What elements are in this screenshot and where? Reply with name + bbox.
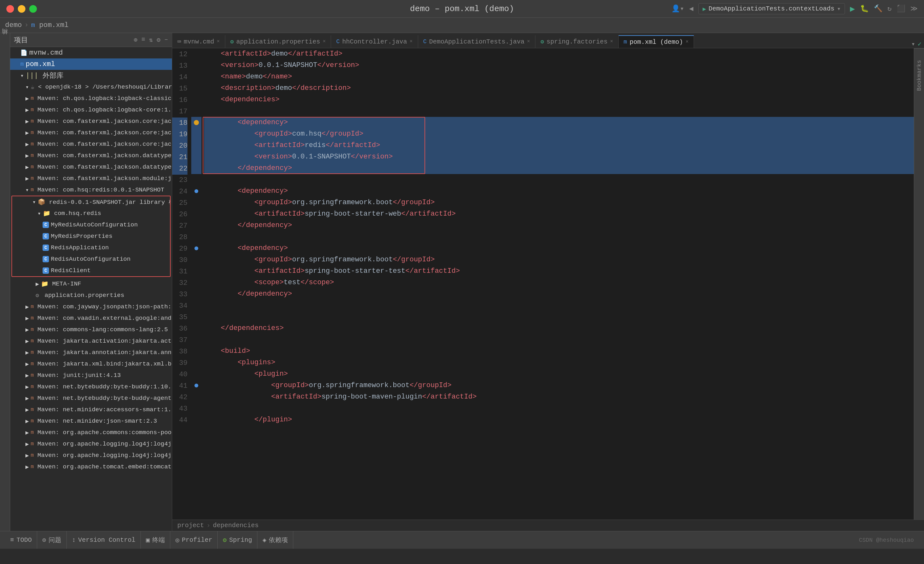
tree-maven-jackson-jdk8[interactable]: ▶ m Maven: com.fasterxml.jackson.datatyp…: [10, 150, 172, 161]
tree-maven-logback-core[interactable]: ▶ m Maven: ch.qos.logback:logback-core:1…: [10, 104, 172, 115]
sidebar-label-bookmarks[interactable]: Bookmarks: [914, 56, 924, 95]
code-line-29: <dependency>: [204, 242, 914, 254]
terminal-label: 终端: [152, 536, 165, 544]
code-line-43: [204, 403, 914, 414]
code-line-36: </dependencies>: [204, 323, 914, 334]
tree-maven-jsonpath[interactable]: ▶ m Maven: com.jayway.jsonpath:json-path…: [10, 301, 172, 313]
tree-redisapplication[interactable]: CRedisApplication: [12, 242, 170, 253]
tree-item-pomxml[interactable]: mpom.xml: [10, 58, 172, 70]
tree-maven-junit[interactable]: ▶ m Maven: junit:junit:4.13: [10, 370, 172, 381]
breadcrumb-file[interactable]: m pom.xml: [31, 21, 69, 29]
tree-maven-log4j-api[interactable]: ▶ m Maven: org.apache.logging.log4j:log4…: [10, 438, 172, 450]
profile-icon[interactable]: 👤▾: [671, 4, 684, 13]
tab-expand-icon[interactable]: ▾: [911, 40, 915, 48]
tab-close-mvnw[interactable]: ×: [217, 39, 220, 45]
tab-close-demoapptests[interactable]: ×: [527, 39, 530, 45]
tab-app-props[interactable]: ⚙ application.properties ×: [225, 35, 332, 48]
status-problems[interactable]: ⊙ 问题: [37, 531, 67, 549]
breadcrumb-dependencies[interactable]: dependencies: [213, 522, 259, 529]
tree-maven-redis[interactable]: ▾ m Maven: com.hsq:redis:0.0.1-SNAPSHOT: [10, 184, 172, 196]
breadcrumb-sep2: ›: [207, 522, 210, 529]
tree-redisclient[interactable]: CRedisClient: [12, 265, 170, 276]
tree-maven-jackson-databind[interactable]: ▶ m Maven: com.fasterxml.jackson.core:ja…: [10, 138, 172, 150]
build-button[interactable]: 🔨: [874, 4, 882, 13]
sort2-icon[interactable]: ⇅: [149, 36, 153, 44]
rerun-button[interactable]: ↻: [888, 4, 892, 13]
locate-icon[interactable]: ⊕: [134, 36, 138, 44]
tree-item-external-libs[interactable]: ▾ ||| 外部库: [10, 70, 172, 81]
tab-spring-factories[interactable]: ⚙ spring.factories ×: [536, 35, 618, 48]
run-button[interactable]: ▶: [850, 4, 855, 14]
tree-maven-jackson-core[interactable]: ▶ m Maven: com.fasterxml.jackson.core:ja…: [10, 127, 172, 138]
tree-maven-log4j-slf4j[interactable]: ▶ m Maven: org.apache.logging.log4j:log4…: [10, 450, 172, 461]
tree-hsq-redis-pkg[interactable]: ▾ 📁 com.hsq.redis: [12, 208, 170, 219]
code-line-39: <plugins>: [204, 357, 914, 368]
debug-button[interactable]: 🐛: [860, 4, 869, 13]
tree-maven-bytebuddy-agent[interactable]: ▶ m Maven: net.bytebuddy:byte-buddy-agen…: [10, 392, 172, 404]
status-deps[interactable]: ◈ 依赖项: [257, 531, 293, 549]
tree-myredispropeties[interactable]: CMyRedisProperties: [12, 230, 170, 242]
run-config-selector[interactable]: ▶ DemoApplicationTests.contextLoads ▾: [698, 3, 845, 14]
tree-maven-json-smart[interactable]: ▶ m Maven: net.minidev:json-smart:2.3: [10, 415, 172, 427]
stop-button[interactable]: ⬛: [897, 4, 905, 13]
code-line-25: <groupId>org.springframework.boot</group…: [204, 197, 914, 208]
tree-maven-vaadin[interactable]: ▶ m Maven: com.vaadin.external.google:an…: [10, 313, 172, 324]
code-area[interactable]: <artifactId>demo</artifactId> <version>0…: [201, 48, 914, 519]
tree-maven-tomcat[interactable]: ▶ m Maven: org.apache.tomcat.embed:tomca…: [10, 461, 172, 473]
sidebar-label-structure[interactable]: 结构: [914, 48, 924, 56]
spring-icon: ⚙: [223, 536, 226, 544]
breadcrumb-project[interactable]: project: [177, 522, 204, 529]
tree-maven-bytebuddy[interactable]: ▶ m Maven: net.bytebuddy:byte-buddy:1.10…: [10, 381, 172, 392]
tree-maven-jackson-module[interactable]: ▶ m Maven: com.fasterxml.jackson.module:…: [10, 173, 172, 184]
tree-myredisautoconfig[interactable]: CMyRedisAutoConfiguration: [12, 219, 170, 230]
tab-close-pom-xml[interactable]: ×: [686, 39, 688, 45]
tab-close-spring-factories[interactable]: ×: [610, 39, 613, 45]
minimize-button[interactable]: [18, 5, 26, 13]
tree-maven-jackson-annotations[interactable]: ▶ m Maven: com.fasterxml.jackson.core:ja…: [10, 115, 172, 127]
tree-maven-jackson-jsr310[interactable]: ▶ m Maven: com.fasterxml.jackson.datatyp…: [10, 161, 172, 173]
status-vcs[interactable]: ↕ Version Control: [67, 531, 141, 549]
tree-meta-inf[interactable]: ▶ 📁 META-INF: [10, 278, 172, 290]
sort-icon[interactable]: ≡: [141, 36, 145, 44]
tab-mvnw[interactable]: ⌨ mvnw.cmd ×: [172, 35, 225, 48]
tab-close-app-props[interactable]: ×: [323, 39, 326, 45]
settings-icon[interactable]: ⚙: [157, 36, 160, 44]
tree-maven-commons-lang[interactable]: ▶ m Maven: commons-lang:commons-lang:2.5: [10, 324, 172, 335]
more-icon[interactable]: ≫: [910, 4, 918, 13]
tree-item-jdk[interactable]: ▾ ☕ < openjdk-18 > /Users/heshouqi/Libra…: [10, 81, 172, 93]
left-icon-1[interactable]: 结构: [1, 36, 9, 42]
tree-maven-commons-pool2[interactable]: ▶ m Maven: org.apache.commons:commons-po…: [10, 427, 172, 438]
status-terminal[interactable]: ▣ 终端: [141, 531, 170, 549]
code-line-34: [204, 300, 914, 311]
hide-icon[interactable]: –: [164, 36, 168, 44]
tab-demoapptests[interactable]: C DemoApplicationTests.java ×: [418, 35, 536, 48]
deps-icon: ◈: [262, 536, 266, 544]
tree-app-props[interactable]: ⚙ application.properties: [10, 290, 172, 301]
tree-maven-accessors-smart[interactable]: ▶ m Maven: net.minidev:accessors-smart:1…: [10, 404, 172, 415]
vcs-label: Version Control: [78, 536, 135, 544]
tree-maven-jakarta-activation[interactable]: ▶ m Maven: jakarta.activation:jakarta.ac…: [10, 335, 172, 347]
tree-redis-jar[interactable]: ▾ 📦 redis-0.0.1-SNAPSHOT.jar library 根: [12, 196, 170, 208]
tree-maven-jakarta-annotation[interactable]: ▶ m Maven: jakarta.annotation:jakarta.an…: [10, 347, 172, 358]
status-spring[interactable]: ⚙ Spring: [218, 531, 257, 549]
tab-bar: ⌨ mvnw.cmd × ⚙ application.properties × …: [172, 33, 924, 48]
tree-maven-logback-classic[interactable]: ▶ m Maven: ch.qos.logback:logback-classi…: [10, 93, 172, 104]
csdn-watermark: CSDN @heshouqiao: [859, 537, 914, 543]
tab-close-hhcontroller[interactable]: ×: [410, 39, 413, 45]
breadcrumb-demo[interactable]: demo: [5, 21, 22, 29]
tree-maven-jakarta-xml[interactable]: ▶ m Maven: jakarta.xml.bind:jakarta.xml.…: [10, 358, 172, 370]
status-todo[interactable]: ≡ TODO: [5, 531, 37, 549]
back-icon[interactable]: ◀: [689, 4, 693, 13]
panel-icons[interactable]: ⊕ ≡ ⇅ ⚙ –: [134, 36, 168, 44]
window-controls[interactable]: [6, 5, 37, 13]
code-line-24: <dependency>: [204, 186, 914, 197]
close-button[interactable]: [6, 5, 14, 13]
maximize-button[interactable]: [29, 5, 37, 13]
tab-pom-xml[interactable]: m pom.xml (demo) ×: [619, 35, 694, 48]
tree-redisautoconfig[interactable]: CRedisAutoConfiguration: [12, 253, 170, 265]
code-line-15: <description>demo</description>: [204, 82, 914, 94]
tree-item-mvnw[interactable]: 📄mvnw.cmd: [10, 47, 172, 58]
tab-hhcontroller[interactable]: C hhController.java ×: [331, 35, 418, 48]
main-layout: 结构 项目 ⊕ ≡ ⇅ ⚙ – 📄mvnw.cmd mpom.xml: [0, 33, 924, 531]
status-profiler[interactable]: ◎ Profiler: [170, 531, 218, 549]
